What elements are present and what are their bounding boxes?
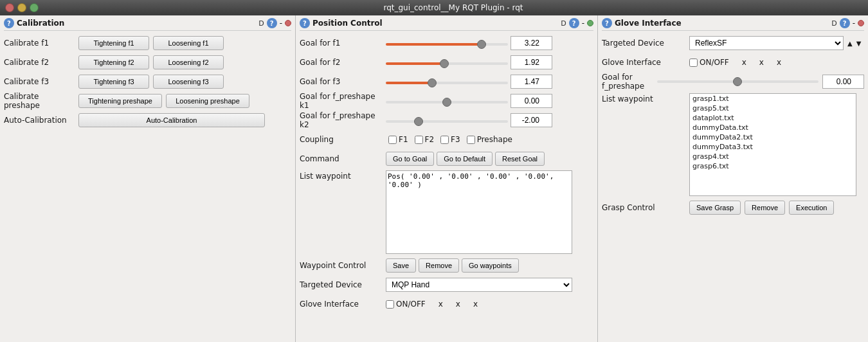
pos-d-label: D [561,19,566,28]
pos-glove-interface-label: Glove Interface [300,300,383,309]
goal-fpreshape-k2-slider[interactable] [386,120,508,123]
calibration-help-icon[interactable]: ? [4,18,14,28]
list-waypoint-row: List waypoint Pos( '0.00' , '0.00' , '0.… [300,169,593,255]
glove-goal-preshape-input[interactable] [822,75,864,89]
glove-goal-preshape-slider[interactable] [657,80,818,83]
coupling-f2-item[interactable]: F2 [415,135,435,144]
remove-grasp-button[interactable]: Remove [745,201,785,215]
goal-fpreshape-k2-row: Goal for f_preshape k2 [300,111,593,129]
goal-f2-row: Goal for f2 [300,53,593,71]
glove-targeted-device-row: Targeted Device ReflexSF ▲ ▼ [602,34,864,52]
loosening-f3-button[interactable]: Loosening f3 [153,75,224,89]
goal-f2-slider-container [386,58,508,67]
goto-goal-button[interactable]: Go to Goal [386,152,434,166]
pos-targeted-device-select[interactable]: MQP Hand [386,278,572,292]
coupling-f3-item[interactable]: F3 [440,135,460,144]
glove-help-icon[interactable]: ? [602,18,612,28]
loosening-f1-button[interactable]: Loosening f1 [153,36,224,50]
minimize-button[interactable] [17,3,26,12]
calibrate-f3-label: Calibrate f3 [4,77,75,86]
coupling-f3-label: F3 [451,135,460,144]
pos-targeted-device-label: Targeted Device [300,280,383,289]
glove-targeted-device-label: Targeted Device [602,39,685,48]
glove-onoff-item[interactable]: ON/OFF [689,58,729,67]
glove-targeted-device-select[interactable]: ReflexSF [689,36,844,50]
goal-f2-input[interactable] [511,55,552,69]
coupling-f1-item[interactable]: F1 [388,135,408,144]
goal-fpreshape-k2-input[interactable] [511,113,552,127]
goal-f1-slider[interactable] [386,43,508,46]
maximize-button[interactable] [30,3,39,12]
coupling-row: Coupling F1 F2 F3 Preshape [300,130,593,148]
waypoint-item-0[interactable]: grasp1.txt [690,94,856,104]
calib-status-dot [285,20,291,26]
waypoint-item-2[interactable]: dataplot.txt [690,113,856,123]
coupling-f3-checkbox[interactable] [440,136,449,144]
glove-iface-inner-controls: ON/OFF x x x [689,58,781,67]
execution-button[interactable]: Execution [789,201,834,215]
waypoint-item-1[interactable]: grasp5.txt [690,104,856,113]
loosening-preshape-button[interactable]: Loosening preshape [166,94,249,108]
glove-device-spin-down: ▼ [856,40,862,47]
reset-goal-button[interactable]: Reset Goal [495,152,545,166]
glove-x3: x [777,58,781,67]
coupling-checkboxes: F1 F2 F3 Preshape [388,135,512,144]
glove-help-icon2[interactable]: ? [840,18,850,28]
glove-d-label: D [831,19,836,28]
window-controls[interactable] [5,3,39,12]
tightening-f2-button[interactable]: Tightening f2 [78,55,149,69]
coupling-f1-checkbox[interactable] [388,136,397,144]
calibrate-f3-row: Calibrate f3 Tightening f3 Loosening f3 [4,73,291,91]
goal-f1-input[interactable] [511,36,552,50]
save-waypoint-button[interactable]: Save [386,258,416,273]
goto-default-button[interactable]: Go to Default [437,152,493,166]
waypoint-item-7[interactable]: grasp6.txt [690,161,856,171]
waypoint-item-3[interactable]: dummyData.txt [690,123,856,132]
goal-f2-slider[interactable] [386,62,508,65]
goal-f3-row: Goal for f3 [300,73,593,91]
waypoint-item-5[interactable]: dummyData3.txt [690,142,856,152]
waypoint-item-4[interactable]: dummyData2.txt [690,132,856,142]
pos-glove-onoff-checkbox[interactable] [386,300,394,309]
glove-onoff-checkbox[interactable] [689,59,698,67]
coupling-f2-label: F2 [425,135,435,144]
coupling-preshape-item[interactable]: Preshape [467,135,512,144]
waypoint-item-6[interactable]: grasp4.txt [690,152,856,161]
calib-help-icon2[interactable]: ? [267,18,277,28]
pos-glove-interface-row: Glove Interface ON/OFF x x x [300,295,593,313]
goal-fpreshape-k1-input[interactable] [511,94,552,108]
tightening-f3-button[interactable]: Tightening f3 [78,75,149,89]
calibrate-f1-row: Calibrate f1 Tightening f1 Loosening f1 [4,34,291,52]
calibrate-f2-row: Calibrate f2 Tightening f2 Loosening f2 [4,53,291,71]
grasp-control-label: Grasp Control [602,203,685,212]
pos-help-icon2[interactable]: ? [569,18,579,28]
close-button[interactable] [5,3,14,12]
goal-fpreshape-k1-slider[interactable] [386,101,508,104]
glove-x2: x [759,58,764,67]
glove-interface-title: Glove Interface [615,19,682,28]
window-title: rqt_gui_control__My RQT Plugin - rqt [44,3,863,12]
glove-list-waypoint-area: List waypoint grasp1.txtgrasp5.txtdatapl… [602,92,864,197]
pos-glove-onoff-item[interactable]: ON/OFF [386,300,426,309]
coupling-f2-checkbox[interactable] [415,136,423,144]
save-grasp-button[interactable]: Save Grasp [689,201,741,215]
tightening-f1-button[interactable]: Tightening f1 [78,36,149,50]
go-waypoints-button[interactable]: Go waypoints [462,258,519,273]
pos-control-header: ? Position Control D ? - [300,18,593,31]
auto-calibration-label: Auto-Calibration [4,116,75,125]
list-waypoint-textarea[interactable]: Pos( '0.00' , '0.00' , '0.00' , '0.00', … [386,170,572,254]
goal-f3-label: Goal for f3 [300,77,383,86]
auto-calibration-button[interactable]: Auto-Calibration [78,113,265,127]
pos-help-icon[interactable]: ? [300,18,310,28]
glove-device-spin-up: ▲ [847,40,853,47]
goal-f3-slider[interactable] [386,82,508,84]
goal-f3-input[interactable] [511,75,552,89]
remove-waypoint-button[interactable]: Remove [419,258,459,273]
coupling-preshape-checkbox[interactable] [467,136,475,144]
command-label: Command [300,154,383,163]
calibration-header: ? Calibration D ? - [4,18,291,31]
tightening-preshape-button[interactable]: Tightening preshape [78,94,162,108]
loosening-f2-button[interactable]: Loosening f2 [153,55,224,69]
calibrate-f2-label: Calibrate f2 [4,58,75,67]
goal-f3-slider-container [386,77,508,86]
